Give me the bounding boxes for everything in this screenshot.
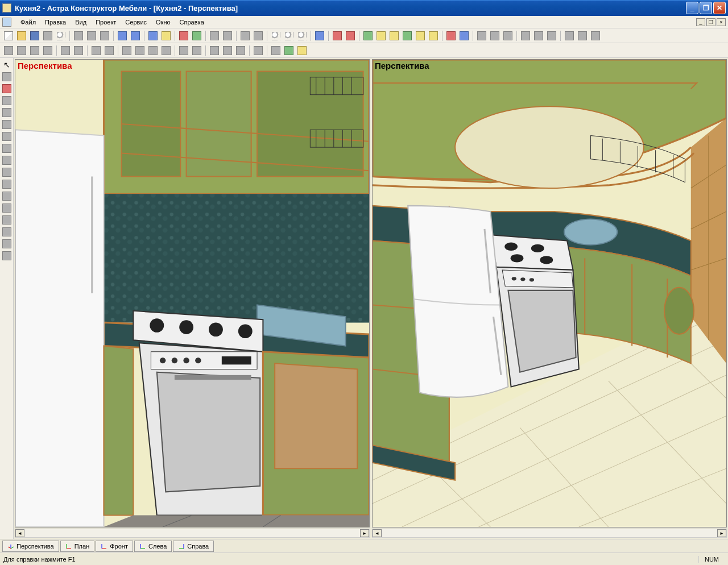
copy-button[interactable] xyxy=(85,30,98,42)
hscroll-left[interactable]: ◄ ► xyxy=(15,529,370,538)
vtool-14[interactable] xyxy=(1,214,13,226)
zoom-out-button[interactable] xyxy=(283,30,295,42)
menu-file[interactable]: Файл xyxy=(16,17,40,27)
scroll-right-button[interactable]: ► xyxy=(360,529,369,537)
save-button[interactable] xyxy=(28,30,41,42)
edit-tool-5[interactable] xyxy=(59,44,72,57)
tool-button-19[interactable] xyxy=(458,30,470,42)
minimize-button[interactable]: _ xyxy=(686,2,698,14)
layout-button-7[interactable] xyxy=(563,30,576,42)
tool-button-9[interactable] xyxy=(313,30,326,42)
edit-tool-12[interactable] xyxy=(160,44,172,57)
edit-tool-7[interactable] xyxy=(90,44,102,57)
render-tool-6[interactable] xyxy=(283,44,295,57)
edit-tool-3[interactable] xyxy=(28,44,41,57)
edit-tool-2[interactable] xyxy=(15,44,28,57)
mdi-minimize-button[interactable]: _ xyxy=(696,18,705,26)
render-tool-2[interactable] xyxy=(221,44,234,57)
menu-window[interactable]: Окно xyxy=(151,17,175,27)
tool-button-4[interactable] xyxy=(191,30,203,42)
edit-tool-6[interactable] xyxy=(72,44,85,57)
edit-tool-11[interactable] xyxy=(147,44,159,57)
menu-service[interactable]: Сервис xyxy=(121,17,151,27)
tool-button-14[interactable] xyxy=(388,30,400,42)
vtool-2[interactable] xyxy=(1,71,13,82)
tool-button-13[interactable] xyxy=(375,30,387,42)
viewport-left[interactable]: Перспектива xyxy=(15,59,370,527)
layout-button-9[interactable] xyxy=(589,30,602,42)
layout-button-1[interactable] xyxy=(475,30,488,42)
scroll-left-button[interactable]: ◄ xyxy=(15,529,24,537)
render-tool-3[interactable] xyxy=(234,44,247,57)
paste-button[interactable] xyxy=(98,30,111,42)
tool-button-12[interactable] xyxy=(362,30,374,42)
open-button[interactable] xyxy=(15,30,28,42)
vtool-4[interactable] xyxy=(1,95,13,106)
mdi-close-button[interactable]: × xyxy=(717,18,726,26)
tool-button-10[interactable] xyxy=(331,30,344,42)
vtool-16[interactable] xyxy=(1,238,13,250)
redo-button[interactable] xyxy=(129,30,142,42)
tool-button-2[interactable] xyxy=(160,30,172,42)
edit-tool-10[interactable] xyxy=(134,44,146,57)
menu-project[interactable]: Проект xyxy=(91,17,121,27)
tool-button-1[interactable] xyxy=(147,30,159,42)
tool-button-11[interactable] xyxy=(344,30,357,42)
new-button[interactable] xyxy=(2,30,15,42)
tool-button-16[interactable] xyxy=(414,30,427,42)
layout-button-6[interactable] xyxy=(545,30,558,42)
scroll-right-button[interactable]: ► xyxy=(717,529,726,537)
vtool-11[interactable] xyxy=(1,178,13,190)
scroll-left-button[interactable]: ◄ xyxy=(373,529,382,537)
tool-button-18[interactable] xyxy=(445,30,457,42)
layout-button-5[interactable] xyxy=(532,30,545,42)
menu-help[interactable]: Справка xyxy=(175,17,209,27)
tool-button-3[interactable] xyxy=(177,30,190,42)
vtool-15[interactable] xyxy=(1,226,13,238)
vtool-7[interactable] xyxy=(1,131,13,142)
tab-right[interactable]: Справа xyxy=(173,541,214,552)
edit-tool-13[interactable] xyxy=(177,44,190,57)
viewport-right[interactable]: Перспектива xyxy=(372,59,727,527)
tool-button-17[interactable] xyxy=(427,30,440,42)
vtool-6[interactable] xyxy=(1,119,13,130)
vtool-9[interactable] xyxy=(1,155,13,166)
tab-left[interactable]: Слева xyxy=(134,541,172,552)
document-icon[interactable] xyxy=(2,18,11,27)
render-tool-5[interactable] xyxy=(270,44,282,57)
tab-perspective[interactable]: Перспектива xyxy=(2,541,59,552)
layout-button-2[interactable] xyxy=(489,30,501,42)
edit-tool-8[interactable] xyxy=(103,44,115,57)
vtool-8[interactable] xyxy=(1,143,13,154)
vtool-10[interactable] xyxy=(1,167,13,178)
tab-front[interactable]: Фронт xyxy=(96,541,133,552)
scroll-track[interactable] xyxy=(24,529,360,537)
tab-plan[interactable]: План xyxy=(60,541,95,552)
preview-button[interactable] xyxy=(55,30,67,42)
edit-tool-14[interactable] xyxy=(191,44,203,57)
layout-button-8[interactable] xyxy=(576,30,589,42)
edit-tool-9[interactable] xyxy=(121,44,133,57)
undo-button[interactable] xyxy=(116,30,129,42)
edit-tool-1[interactable] xyxy=(2,44,15,57)
vtool-12[interactable] xyxy=(1,190,13,202)
layout-button-4[interactable] xyxy=(519,30,532,42)
tool-button-7[interactable] xyxy=(239,30,251,42)
cut-button[interactable] xyxy=(72,30,85,42)
tool-button-8[interactable] xyxy=(252,30,264,42)
scroll-track[interactable] xyxy=(382,529,717,537)
tool-button-6[interactable] xyxy=(221,30,234,42)
zoom-in-button[interactable] xyxy=(270,30,282,42)
mdi-restore-button[interactable]: ❐ xyxy=(706,18,715,26)
tool-button-5[interactable] xyxy=(208,30,221,42)
layout-button-3[interactable] xyxy=(502,30,514,42)
vtool-13[interactable] xyxy=(1,202,13,214)
zoom-fit-button[interactable] xyxy=(296,30,308,42)
hscroll-right[interactable]: ◄ ► xyxy=(372,529,727,538)
vtool-5[interactable] xyxy=(1,107,13,118)
menu-view[interactable]: Вид xyxy=(71,17,91,27)
select-tool[interactable]: ↖ xyxy=(1,59,13,70)
edit-tool-4[interactable] xyxy=(42,44,54,57)
close-button[interactable]: ✕ xyxy=(713,2,726,14)
tool-button-15[interactable] xyxy=(401,30,413,42)
